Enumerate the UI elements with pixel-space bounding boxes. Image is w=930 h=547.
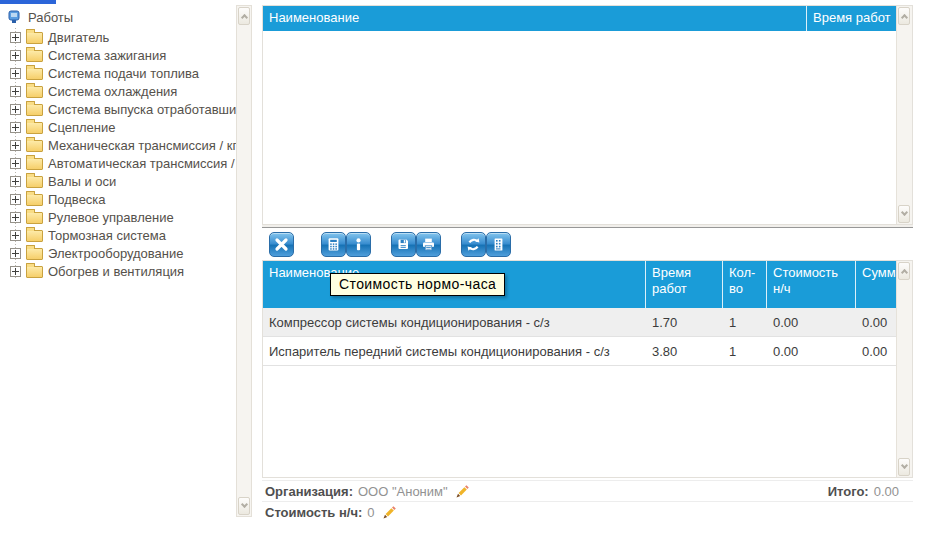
- scroll-up-button[interactable]: [898, 262, 910, 280]
- tree-root-label: Работы: [28, 10, 73, 25]
- folder-icon: [26, 194, 43, 206]
- tree-item-engine[interactable]: Двигатель: [0, 28, 236, 46]
- folder-icon: [26, 248, 43, 260]
- tree-item-label: Тормозная система: [48, 228, 166, 243]
- tree-item-suspension[interactable]: Подвеска: [0, 190, 236, 208]
- expand-plus-icon[interactable]: [10, 176, 21, 187]
- print-icon: [421, 237, 436, 252]
- organization-label: Организация:: [265, 484, 353, 499]
- delete-button[interactable]: [269, 232, 294, 257]
- expand-plus-icon[interactable]: [10, 50, 21, 61]
- tree-root-works[interactable]: Работы: [6, 8, 236, 26]
- tree-item-label: Автоматическая трансмиссия / кг: [48, 156, 236, 171]
- scroll-up-icon: [241, 14, 248, 21]
- tree-item-cooling[interactable]: Система охлаждения: [0, 82, 236, 100]
- footer: Организация: ООО "Аноним" Итого: 0.00 Ст…: [262, 480, 913, 522]
- expand-plus-icon[interactable]: [10, 86, 21, 97]
- work-table-scrollbar[interactable]: [896, 261, 912, 477]
- details-panel: Наименование Время работ: [262, 0, 913, 547]
- expand-plus-icon[interactable]: [10, 230, 21, 241]
- tree-item-label: Двигатель: [48, 30, 109, 45]
- cell-time: 3.80: [646, 344, 723, 359]
- scroll-up-icon: [901, 14, 908, 21]
- delete-icon: [274, 237, 289, 252]
- column-header-time: Время работ: [646, 261, 723, 308]
- folder-icon: [26, 158, 43, 170]
- scroll-down-icon: [901, 209, 908, 216]
- tooltip-rate: Стоимость нормо-часа: [330, 273, 505, 296]
- edit-pencil-icon[interactable]: [382, 505, 397, 520]
- tree-item-exhaust[interactable]: Система выпуска отработавших г: [0, 100, 236, 118]
- works-root-icon: [6, 9, 22, 25]
- tree-item-steering[interactable]: Рулевое управление: [0, 208, 236, 226]
- scroll-up-button[interactable]: [238, 7, 250, 25]
- scroll-down-button[interactable]: [898, 205, 910, 223]
- expand-plus-icon[interactable]: [10, 32, 21, 43]
- tree-item-shafts-axles[interactable]: Валы и оси: [0, 172, 236, 190]
- tree-item-brakes[interactable]: Тормозная система: [0, 226, 236, 244]
- cell-time: 1.70: [646, 315, 723, 330]
- expand-plus-icon[interactable]: [10, 104, 21, 115]
- tree-item-ignition[interactable]: Система зажигания: [0, 46, 236, 64]
- expand-plus-icon[interactable]: [10, 158, 21, 169]
- tree-item-heating-ventilation[interactable]: Обогрев и вентиляция: [0, 262, 236, 280]
- scroll-up-button[interactable]: [898, 7, 910, 25]
- works-tree-panel: Работы Двигатель Система зажигания Систе…: [0, 4, 253, 544]
- tree-item-label: Обогрев и вентиляция: [48, 264, 184, 279]
- catalog-table: Наименование Время работ: [262, 5, 913, 225]
- folder-icon: [26, 212, 43, 224]
- edit-pencil-icon[interactable]: [455, 484, 470, 499]
- refresh-icon: [466, 237, 481, 252]
- rate-value: 0: [367, 505, 374, 520]
- rate-calculator-button[interactable]: [486, 232, 511, 257]
- folder-icon: [26, 122, 43, 134]
- tree-item-electrical[interactable]: Электрооборудование: [0, 244, 236, 262]
- organization-row: Организация: ООО "Аноним" Итого: 0.00: [262, 480, 913, 501]
- tree-item-manual-transmission[interactable]: Механическая трансмиссия / кпп: [0, 136, 236, 154]
- folder-icon: [26, 266, 43, 278]
- tree-item-label: Система охлаждения: [48, 84, 177, 99]
- cell-name: Компрессор системы кондиционирования - с…: [263, 315, 646, 330]
- info-icon: [351, 237, 366, 252]
- expand-plus-icon[interactable]: [10, 122, 21, 133]
- folder-icon: [26, 86, 43, 98]
- scroll-down-icon: [901, 462, 908, 469]
- print-button[interactable]: [416, 232, 441, 257]
- save-button[interactable]: [391, 232, 416, 257]
- total-value: 0.00: [874, 484, 899, 499]
- folder-icon: [26, 50, 43, 62]
- scroll-down-button[interactable]: [898, 458, 910, 476]
- calculate-button[interactable]: [321, 232, 346, 257]
- tree-item-auto-transmission[interactable]: Автоматическая трансмиссия / кг: [0, 154, 236, 172]
- section-divider: [262, 225, 913, 228]
- catalog-table-body[interactable]: [263, 31, 912, 223]
- catalog-table-scrollbar[interactable]: [896, 6, 912, 224]
- expand-plus-icon[interactable]: [10, 248, 21, 259]
- info-button[interactable]: [346, 232, 371, 257]
- tree-item-label: Механическая трансмиссия / кпп: [48, 138, 236, 153]
- refresh-button[interactable]: [461, 232, 486, 257]
- rate-row: Стоимость н/ч: 0: [262, 501, 913, 522]
- tree-scrollbar[interactable]: [236, 5, 252, 517]
- tree-item-fuel-supply[interactable]: Система подачи топлива: [0, 64, 236, 82]
- expand-plus-icon[interactable]: [10, 68, 21, 79]
- expand-plus-icon[interactable]: [10, 212, 21, 223]
- scroll-down-icon: [241, 501, 248, 508]
- tree-item-label: Электрооборудование: [48, 246, 184, 261]
- tree-item-label: Система выпуска отработавших г: [48, 102, 236, 117]
- table-row[interactable]: Испаритель передний системы кондициониро…: [263, 337, 912, 366]
- expand-plus-icon[interactable]: [10, 194, 21, 205]
- expand-plus-icon[interactable]: [10, 140, 21, 151]
- table-row[interactable]: Компрессор системы кондиционирования - с…: [263, 308, 912, 337]
- folder-icon: [26, 230, 43, 242]
- tree-item-label: Система зажигания: [48, 48, 166, 63]
- tree-item-label: Подвеска: [48, 192, 106, 207]
- tree-item-label: Сцепление: [48, 120, 115, 135]
- cell-rate: 0.00: [767, 344, 856, 359]
- scroll-down-button[interactable]: [238, 497, 250, 515]
- tree-item-clutch[interactable]: Сцепление: [0, 118, 236, 136]
- save-icon: [396, 237, 411, 252]
- expand-plus-icon[interactable]: [10, 266, 21, 277]
- folder-icon: [26, 176, 43, 188]
- tree-item-label: Система подачи топлива: [48, 66, 199, 81]
